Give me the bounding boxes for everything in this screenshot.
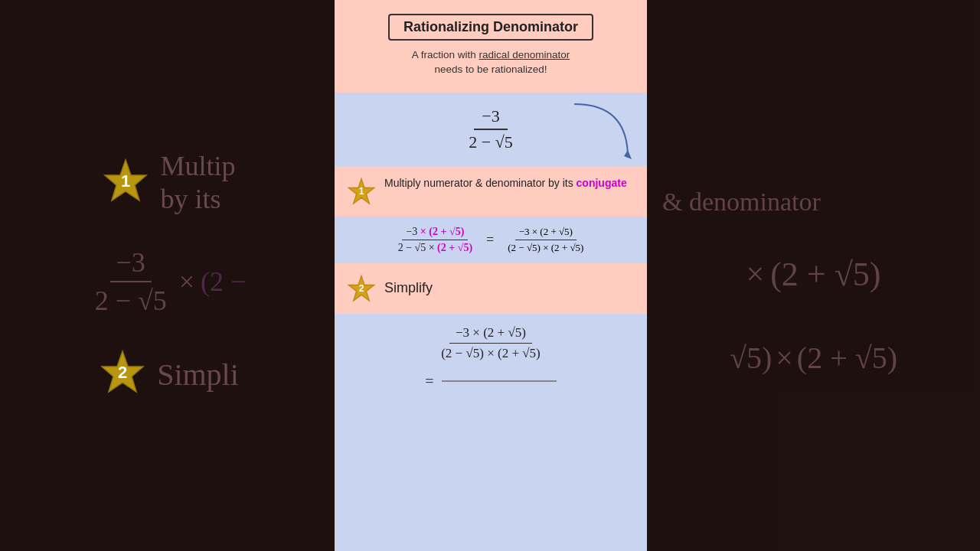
step1-section: 1 Multiply numerator & denominator by it…	[335, 166, 647, 217]
eq-left-den-conjugate: (2 + √5)	[437, 242, 472, 253]
bottom-section: −3 × (2 + √5) (2 − √5) × (2 + √5) =	[335, 314, 647, 551]
fraction-numerator: −3	[474, 106, 507, 130]
svg-text:1: 1	[359, 186, 364, 197]
bg-left-panel: 1 Multip by its −3 2 − √5 × (2 −	[0, 0, 335, 551]
step1-label-after: by its	[548, 177, 577, 189]
eq-left-denominator: 2 − √5 × (2 + √5)	[394, 240, 476, 254]
svg-text:1: 1	[121, 171, 130, 191]
step1-label-before: Multiply numerator & denominator	[384, 177, 545, 189]
eq-left-fraction: −3 × (2 + √5) 2 − √5 × (2 + √5)	[394, 226, 476, 254]
bottom-denominator: (2 − √5) × (2 + √5)	[435, 344, 547, 361]
title-text: Rationalizing Denominator	[403, 19, 578, 34]
bottom-numerator: −3 × (2 + √5)	[449, 325, 532, 344]
eq-right-numerator: −3 × (2 + √5)	[515, 226, 577, 240]
fraction-section: −3 2 − √5	[335, 93, 647, 166]
title-section: Rationalizing Denominator A fraction wit…	[335, 0, 647, 93]
step1-equation-section: −3 × (2 + √5) 2 − √5 × (2 + √5) = −3 × (…	[335, 217, 647, 263]
subtitle-after: needs to be rationalized!	[434, 64, 547, 75]
subtitle-underline: radical denominator	[479, 49, 570, 60]
bottom-fraction: −3 × (2 + √5) (2 − √5) × (2 + √5)	[435, 325, 547, 361]
equals-sign-1: =	[486, 232, 494, 248]
subtitle-before: A fraction with	[412, 49, 479, 60]
step1-text: Multiply numerator & denominator by its …	[384, 175, 627, 191]
bg-right-panel: & denominator × (2 + √5) √5) × (2 + √5)	[647, 0, 980, 551]
center-panel: Rationalizing Denominator A fraction wit…	[335, 0, 647, 551]
bg-star-2: 2	[96, 347, 149, 401]
eq-right-fraction: −3 × (2 + √5) (2 − √5) × (2 + √5)	[504, 226, 587, 254]
eq-left-numerator: −3 × (2 + √5)	[402, 226, 468, 240]
title-box: Rationalizing Denominator	[388, 14, 593, 41]
eq-left-num-conjugate: × (2 + √5)	[420, 226, 464, 237]
eq-right-denominator: (2 − √5) × (2 + √5)	[504, 240, 587, 254]
bg-star-1: 1	[99, 156, 152, 210]
svg-text:2: 2	[359, 283, 364, 294]
subtitle: A fraction with radical denominator need…	[412, 48, 570, 77]
curved-arrow	[567, 96, 643, 165]
step1-star: 1	[346, 177, 377, 207]
step2-star: 2	[346, 274, 377, 305]
svg-marker-4	[624, 150, 632, 159]
equals-line: =	[342, 373, 639, 390]
conjugate-label: conjugate	[577, 177, 627, 189]
answer-line	[442, 380, 557, 382]
fraction-denominator: 2 − √5	[469, 130, 512, 152]
equals-symbol: =	[425, 373, 433, 390]
step2-label: Simplify	[384, 280, 433, 296]
svg-text:2: 2	[118, 363, 127, 382]
step2-section: 2 Simplify	[335, 263, 647, 314]
main-fraction: −3 2 − √5	[469, 106, 512, 152]
